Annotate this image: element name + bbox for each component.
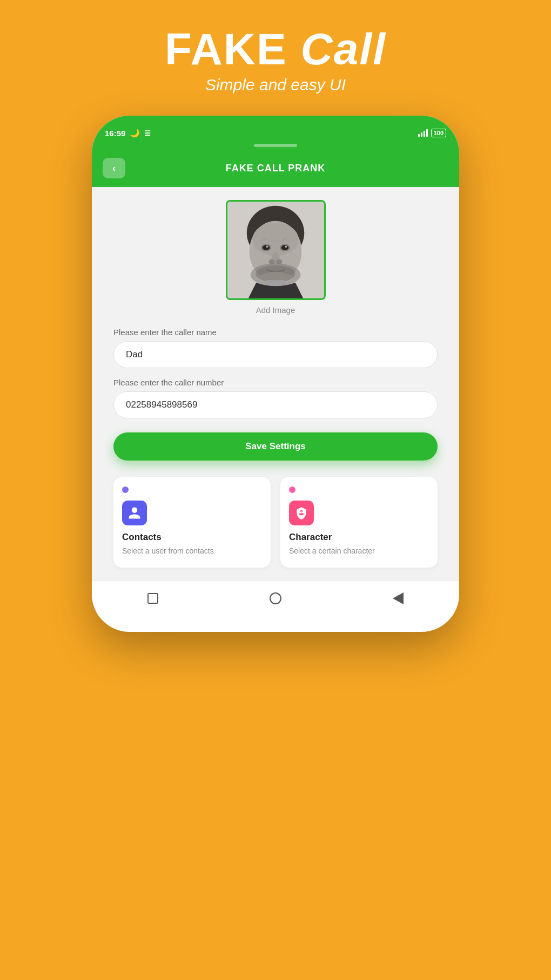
face-svg bbox=[227, 202, 324, 298]
battery-indicator: 100 bbox=[431, 129, 446, 137]
caller-name-group: Please enter the caller name bbox=[113, 328, 438, 368]
status-bar: 16:59 🌙 ☰ 100 bbox=[92, 116, 459, 144]
caller-number-label: Please enter the caller number bbox=[113, 378, 438, 387]
square-nav-button[interactable] bbox=[145, 591, 160, 606]
profile-image-placeholder bbox=[227, 202, 324, 298]
notch-area bbox=[92, 144, 459, 152]
character-card-desc: Select a certain character bbox=[289, 546, 429, 557]
phone-content: Add Image Please enter the caller name P… bbox=[92, 187, 459, 581]
title-call: Call bbox=[301, 24, 386, 74]
svg-point-15 bbox=[256, 265, 295, 282]
svg-point-9 bbox=[285, 245, 287, 248]
contacts-icon bbox=[122, 501, 147, 525]
signal-bars bbox=[418, 129, 428, 137]
app-subtitle: Simple and easy UI bbox=[165, 76, 386, 94]
bottom-nav bbox=[92, 581, 459, 616]
phone-frame: 16:59 🌙 ☰ 100 ‹ FAKE CALL PRANK bbox=[92, 116, 459, 632]
nav-title: FAKE CALL PRANK bbox=[226, 163, 326, 174]
time-display: 16:59 bbox=[105, 129, 125, 138]
title-fake: FAKE bbox=[165, 24, 287, 74]
caller-number-group: Please enter the caller number bbox=[113, 378, 438, 418]
profile-image-container[interactable] bbox=[226, 200, 326, 300]
svg-point-8 bbox=[266, 245, 268, 248]
back-button[interactable]: ‹ bbox=[103, 158, 125, 178]
character-card-title: Character bbox=[289, 532, 429, 543]
triangle-icon bbox=[393, 592, 404, 604]
status-right: 100 bbox=[418, 129, 446, 137]
status-left: 16:59 🌙 ☰ bbox=[105, 128, 151, 138]
svg-point-6 bbox=[262, 245, 270, 250]
svg-text:?: ? bbox=[300, 510, 303, 515]
notch-pill bbox=[254, 144, 297, 147]
caller-name-input[interactable] bbox=[113, 341, 438, 368]
contacts-card[interactable]: Contacts Select a user from contacts bbox=[113, 477, 271, 568]
caller-number-input[interactable] bbox=[113, 391, 438, 418]
back-nav-button[interactable] bbox=[391, 591, 406, 606]
caller-name-label: Please enter the caller name bbox=[113, 328, 438, 337]
app-header: FAKE Call Simple and easy UI bbox=[165, 27, 386, 94]
home-nav-button[interactable] bbox=[268, 591, 283, 606]
character-card[interactable]: ? Character Select a certain character bbox=[280, 477, 438, 568]
circle-icon bbox=[270, 592, 281, 604]
character-dot bbox=[289, 486, 295, 493]
profile-section: Add Image bbox=[113, 200, 438, 315]
add-image-label[interactable]: Add Image bbox=[256, 305, 295, 315]
option-cards: Contacts Select a user from contacts ? C… bbox=[113, 477, 438, 568]
svg-point-7 bbox=[281, 245, 288, 250]
contacts-card-title: Contacts bbox=[122, 532, 262, 543]
contacts-card-desc: Select a user from contacts bbox=[122, 546, 262, 557]
notification-icon: ☰ bbox=[144, 129, 151, 137]
contacts-dot bbox=[122, 486, 129, 493]
square-icon bbox=[147, 593, 158, 604]
app-title: FAKE Call bbox=[165, 27, 386, 71]
character-icon: ? bbox=[289, 501, 314, 525]
moon-icon: 🌙 bbox=[130, 128, 140, 138]
nav-bar: ‹ FAKE CALL PRANK bbox=[92, 152, 459, 187]
svg-point-3 bbox=[252, 223, 298, 256]
save-settings-button[interactable]: Save Settings bbox=[113, 432, 438, 461]
